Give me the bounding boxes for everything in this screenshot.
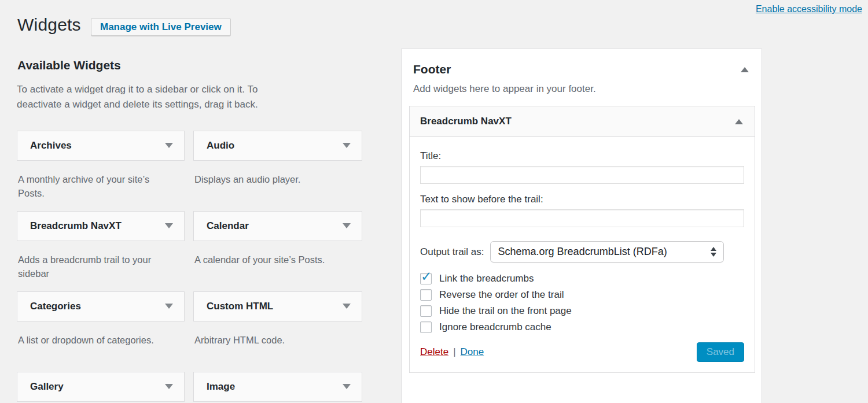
widget-card-title: Custom HTML <box>207 301 273 312</box>
output-trail-selected-value: Schema.org BreadcrumbList (RDFa) <box>498 246 667 258</box>
widget-card[interactable]: Audio <box>193 131 362 161</box>
footer-sidebar-panel: Footer Add widgets here to appear in you… <box>401 49 762 403</box>
breadcrumb-navxt-widget-title: Breadcrumb NavXT <box>420 116 512 127</box>
checkbox-unchecked[interactable] <box>420 289 432 301</box>
widget-card[interactable]: Calendar <box>193 211 362 241</box>
checkbox-checked[interactable]: ✓ <box>420 273 432 284</box>
collapse-panel-icon[interactable] <box>741 67 749 72</box>
checkbox-label: Link the breadcrumbs <box>439 273 534 284</box>
chevron-down-icon[interactable] <box>165 304 173 309</box>
checkbox-unchecked[interactable] <box>420 305 432 317</box>
widget-card[interactable]: Breadcrumb NavXT <box>17 211 185 241</box>
footer-panel-description: Add widgets here to appear in your foote… <box>402 76 762 106</box>
select-updown-icon <box>711 247 716 257</box>
checkbox-row-link-the-breadcrumbs[interactable]: ✓Link the breadcrumbs <box>420 273 744 284</box>
checkbox-row-hide-the-trail-on-the-front-page[interactable]: Hide the trail on the front page <box>420 305 744 317</box>
widget-card-description: Displays an audio player. <box>194 172 338 187</box>
checkbox-label: Reverse the order of the trail <box>439 289 564 301</box>
widget-card-title: Image <box>207 381 235 393</box>
available-widgets-grid: ArchivesA monthly archive of your site’s… <box>17 131 364 403</box>
widget-card-description: Arbitrary HTML code. <box>194 333 338 347</box>
available-widget-image: Image <box>193 372 362 403</box>
available-widget-gallery: Gallery <box>17 372 185 403</box>
checkbox-unchecked[interactable] <box>420 321 432 333</box>
widget-card[interactable]: Archives <box>17 131 185 161</box>
widget-title-label: Title: <box>420 150 744 162</box>
checkbox-label: Hide the trail on the front page <box>439 305 572 317</box>
widget-card-description: A calendar of your site’s Posts. <box>194 253 338 267</box>
checkbox-row-reverse-the-order-of-the-trail[interactable]: Reverse the order of the trail <box>420 289 744 301</box>
checkbox-row-ignore-breadcrumb-cache[interactable]: Ignore breadcrumb cache <box>420 321 744 333</box>
pretext-label: Text to show before the trail: <box>420 194 744 205</box>
checkmark-icon: ✓ <box>421 270 432 283</box>
widget-card-title: Audio <box>207 140 234 151</box>
available-widgets-description: To activate a widget drag it to a sideba… <box>17 82 300 113</box>
widget-card-description: Adds a breadcrumb trail to your sidebar <box>18 253 161 282</box>
chevron-down-icon[interactable] <box>343 143 351 148</box>
manage-with-live-preview-button[interactable]: Manage with Live Preview <box>91 18 231 36</box>
available-widgets-heading: Available Widgets <box>17 58 364 72</box>
delete-widget-link[interactable]: Delete <box>420 346 448 358</box>
footer-panel-title: Footer <box>413 62 451 76</box>
widget-card-description: A list or dropdown of categories. <box>18 333 161 347</box>
widget-card-title: Calendar <box>207 220 249 232</box>
chevron-down-icon[interactable] <box>165 384 173 389</box>
widget-options-checkbox-list: ✓Link the breadcrumbsReverse the order o… <box>420 273 744 333</box>
available-widget-archives: ArchivesA monthly archive of your site’s… <box>17 131 185 211</box>
enable-accessibility-mode-link[interactable]: Enable accessibility mode <box>756 4 862 14</box>
chevron-down-icon[interactable] <box>165 143 173 148</box>
widget-card-title: Breadcrumb NavXT <box>30 220 122 232</box>
available-widget-categories: CategoriesA list or dropdown of categori… <box>17 291 185 372</box>
saved-button[interactable]: Saved <box>697 342 744 362</box>
collapse-widget-icon[interactable] <box>735 119 743 124</box>
output-trail-label: Output trail as: <box>420 246 484 258</box>
widget-card[interactable]: Categories <box>17 291 185 321</box>
chevron-down-icon[interactable] <box>343 384 351 389</box>
widget-card-description: A monthly archive of your site’s Posts. <box>18 172 161 201</box>
chevron-down-icon[interactable] <box>165 223 173 228</box>
widget-card-title: Archives <box>30 140 72 151</box>
chevron-down-icon[interactable] <box>343 304 351 309</box>
breadcrumb-navxt-widget-header[interactable]: Breadcrumb NavXT <box>410 106 755 137</box>
chevron-down-icon[interactable] <box>343 223 351 228</box>
widget-card[interactable]: Gallery <box>17 372 185 402</box>
breadcrumb-navxt-widget: Breadcrumb NavXT Title: Text to show bef… <box>409 106 755 373</box>
checkbox-label: Ignore breadcrumb cache <box>439 321 551 333</box>
widget-card-title: Categories <box>30 301 81 312</box>
available-widgets-section: Available Widgets To activate a widget d… <box>17 58 364 403</box>
pretext-input[interactable] <box>420 209 744 227</box>
widget-card[interactable]: Image <box>193 372 362 402</box>
done-link[interactable]: Done <box>461 346 484 358</box>
widget-title-input[interactable] <box>420 166 744 184</box>
available-widget-calendar: CalendarA calendar of your site’s Posts. <box>193 211 362 291</box>
output-trail-select[interactable]: Schema.org BreadcrumbList (RDFa) <box>490 241 724 262</box>
available-widget-breadcrumb-navxt: Breadcrumb NavXTAdds a breadcrumb trail … <box>17 211 185 291</box>
available-widget-audio: AudioDisplays an audio player. <box>193 131 362 211</box>
actions-separator: | <box>453 346 455 358</box>
available-widget-custom-html: Custom HTMLArbitrary HTML code. <box>193 291 362 372</box>
widget-card[interactable]: Custom HTML <box>193 291 362 321</box>
widget-card-title: Gallery <box>30 381 64 393</box>
page-title: Widgets <box>17 15 81 35</box>
